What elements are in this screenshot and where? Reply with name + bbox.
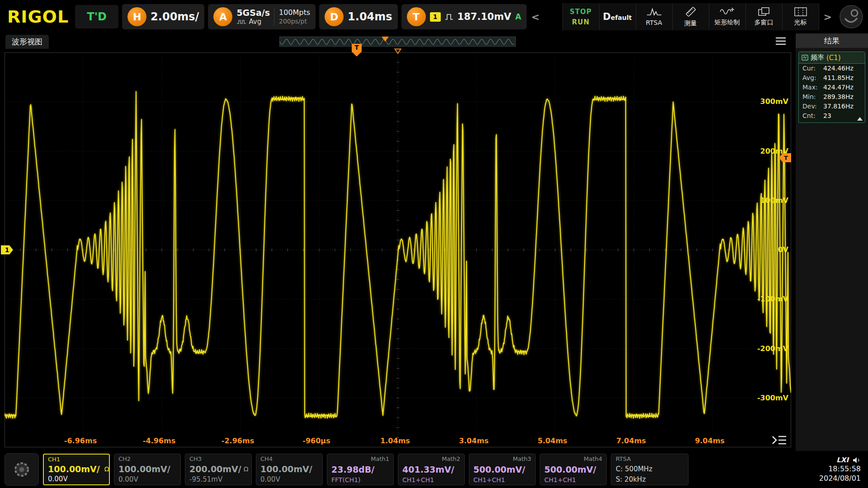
rtsa-button[interactable]: RTSA (636, 3, 672, 30)
overview-trigger-marker[interactable] (382, 37, 389, 42)
channel-offset: 0.00V (260, 475, 318, 483)
trigger-settings-group[interactable]: T 1 187.10mV A (401, 4, 527, 29)
measurement-row-label: Max: (802, 83, 823, 92)
acquire-mode-label: Avg (249, 18, 261, 26)
time-label: 3.04ms (453, 436, 494, 445)
multi-window-label: 多窗口 (755, 19, 774, 27)
channel-scale: 200.00mV/Ω (189, 464, 247, 474)
stop-label: STOP (570, 8, 592, 16)
math-box-math3[interactable]: Math3500.00mV/CH1+CH1 (469, 454, 536, 485)
delay-badge: D (325, 7, 344, 26)
math-name: Math3 (473, 455, 531, 462)
rtsa-icon (646, 8, 662, 17)
channel-box-ch1[interactable]: CH1100.00mV/Ω0.00V (43, 454, 110, 485)
rtsa-label: RTSA (646, 19, 662, 26)
overview-waveform (280, 37, 515, 46)
rtsa-span: S: 20kHz (616, 475, 684, 483)
gear-icon (12, 460, 32, 479)
waveform-view-tab[interactable]: 波形视图 (5, 35, 49, 49)
system-date: 2024/08/01 (819, 474, 861, 483)
memory-overview-strip[interactable] (279, 37, 516, 47)
utility-menu-button[interactable] (5, 453, 39, 486)
measurement-row-value: 289.38Hz (823, 93, 854, 101)
multi-window-button[interactable]: 多窗口 (745, 3, 782, 30)
time-label: 9.04ms (689, 436, 730, 445)
bottom-status-bar: CH1100.00mV/Ω0.00VCH2100.00mV/0.00VCH320… (0, 451, 868, 488)
measurement-icon (802, 55, 808, 61)
channel-box-ch2[interactable]: CH2100.00mV/0.00V (114, 454, 181, 485)
delay-position-marker[interactable] (394, 48, 401, 54)
math-expression: CH1+CH1 (544, 476, 602, 483)
rect-draw-label: 矩形绘制 (715, 19, 740, 27)
default-button[interactable]: Default (599, 3, 636, 30)
measurement-row-value: 23 (823, 112, 831, 120)
channel-offset: -95.51mV (189, 475, 247, 483)
cursor-button[interactable]: 光标 (782, 3, 819, 30)
voltage-label: 100mV (755, 196, 788, 205)
results-panel-title: 结果 (796, 33, 868, 48)
measurement-row: Max:424.47Hz (799, 83, 865, 92)
channel-offset: 0.00V (48, 475, 105, 483)
channel-scale: 100.00mV/ (118, 464, 176, 474)
waveform-section: 波形视图 1 T T 300mV200mV100mV0V-100mV-200mV… (0, 33, 795, 451)
trigger-slope-icon (445, 14, 453, 20)
math-box-math1[interactable]: Math123.98dB/FFT(CH1) (327, 454, 394, 485)
math-expression: CH1+CH1 (402, 476, 460, 483)
impedance-icon: Ω (244, 465, 249, 473)
time-label: -4.96ms (139, 436, 179, 445)
collapse-triangle-icon[interactable] (857, 117, 863, 121)
measurement-row-value: 411.85Hz (823, 74, 854, 82)
channel-box-ch4[interactable]: CH4100.00mV/0.00V (256, 454, 323, 485)
trigger-coupling-indicator: A (515, 12, 521, 21)
measurement-row-label: Cnt: (802, 112, 823, 120)
channel-box-ch3[interactable]: CH3200.00mV/Ω-95.51mV (185, 454, 252, 485)
delay-settings-group[interactable]: D 1.04ms (319, 4, 398, 29)
main-content: 波形视图 1 T T 300mV200mV100mV0V-100mV-200mV… (0, 33, 868, 451)
math-scale: 500.00mV/ (544, 465, 602, 474)
channel-scale: 100.00mV/Ω (48, 464, 105, 474)
rect-draw-button[interactable]: 矩形绘制 (709, 3, 745, 30)
stop-run-button[interactable]: STOP RUN (562, 3, 599, 30)
rect-draw-icon (720, 7, 735, 16)
speaker-icon[interactable] (853, 457, 861, 464)
horizontal-settings-group[interactable]: H 2.00ms/ (122, 4, 204, 29)
expand-arrow[interactable]: > (823, 11, 833, 23)
view-menu-icon[interactable] (775, 37, 787, 46)
delay-value: 1.04ms (348, 10, 392, 23)
default-label: Default (603, 11, 632, 22)
results-panel: 结果 频率(C1) Cur:424.46HzAvg:411.85HzMax:42… (795, 33, 868, 451)
lxi-indicator: LXI (836, 456, 849, 464)
horizontal-badge: H (127, 7, 146, 26)
assistant-logo-icon[interactable] (839, 5, 863, 29)
time-label: -960µs (296, 436, 337, 445)
measurement-rows: Cur:424.46HzAvg:411.85HzMax:424.47HzMin:… (799, 64, 865, 121)
memory-depth: 100Mpts (279, 8, 310, 18)
measurement-card-frequency[interactable]: 频率(C1) Cur:424.46HzAvg:411.85HzMax:424.4… (798, 52, 865, 123)
voltage-label: -200mV (755, 344, 788, 353)
display-menu-icon[interactable] (771, 435, 788, 446)
measurement-row: Cnt:23 (799, 111, 865, 121)
measurement-row: Avg:411.85Hz (799, 73, 865, 83)
rtsa-status-box[interactable]: RTSA C: 500MHz S: 20kHz (611, 454, 689, 485)
math-box-math2[interactable]: Math2401.33mV/CH1+CH1 (398, 454, 465, 485)
math-box-math4[interactable]: Math4500.00mV/CH1+CH1 (540, 454, 607, 485)
math-expression: CH1+CH1 (473, 476, 531, 483)
acquisition-settings-group[interactable]: A 5GSa/s Avg 100Mpts 200ps/pt (208, 4, 316, 29)
cursor-icon (794, 7, 807, 16)
channel-name: CH3 (189, 455, 247, 462)
multi-window-icon (758, 7, 770, 16)
ruler-icon (685, 6, 697, 17)
channel-scale: 100.00mV/ (260, 464, 318, 474)
channel-name: CH2 (118, 455, 176, 462)
trigger-badge: T (407, 7, 426, 26)
top-toolbar: RIGOL T'D H 2.00ms/ A 5GSa/s Avg 100Mpts… (0, 0, 868, 33)
collapse-arrow[interactable]: < (530, 11, 540, 23)
time-label: 5.04ms (532, 436, 573, 445)
voltage-label: -100mV (755, 295, 788, 303)
measure-button[interactable]: 测量 (672, 3, 709, 30)
trigger-level-value: 187.10mV (458, 11, 511, 22)
measurement-source: (C1) (826, 54, 841, 62)
toolbar-tiles: STOP RUN Default RTSA 测量 矩形绘制 多窗口 (562, 3, 819, 30)
system-time: 18:55:58 (828, 464, 861, 474)
measurement-row: Dev:37.816Hz (799, 102, 865, 111)
